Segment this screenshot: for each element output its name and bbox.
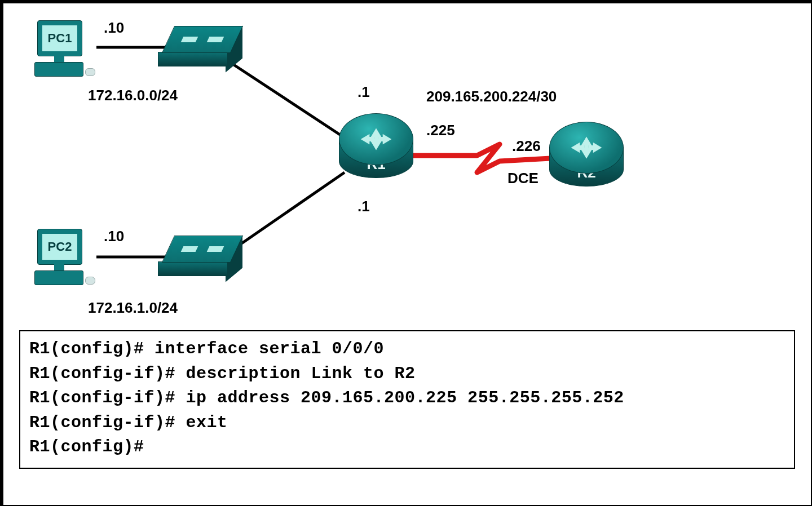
- device-router-r1: R1: [339, 113, 412, 187]
- pc2-name: PC2: [42, 234, 77, 260]
- cli-line: R1(config-if)# ip address 209.165.200.22…: [29, 386, 785, 411]
- cli-output: R1(config)# interface serial 0/0/0 R1(co…: [19, 330, 795, 469]
- svg-line-3: [226, 172, 345, 254]
- cli-line: R1(config)#: [29, 435, 785, 460]
- r1-if-bottom-label: .1: [358, 198, 370, 215]
- device-pc1: PC1: [34, 20, 96, 82]
- pc1-network-label: 172.16.0.0/24: [88, 87, 178, 104]
- cli-line: R1(config)# interface serial 0/0/0: [29, 337, 785, 362]
- network-topology: PC1 .10 172.16.0.0/24 PC2 .10 172.16.1.0…: [3, 3, 811, 322]
- device-router-r2: R2: [549, 122, 623, 195]
- pc1-host-label: .10: [104, 19, 124, 37]
- r1-if-top-label: .1: [358, 83, 370, 101]
- r2-wan-ip-label: .226: [512, 137, 541, 155]
- cli-line: R1(config-if)# exit: [29, 411, 785, 436]
- wan-network-label: 209.165.200.224/30: [426, 88, 557, 105]
- router-arrows-icon: [354, 122, 398, 156]
- router-arrows-icon: [564, 131, 608, 165]
- diagram-frame: PC1 .10 172.16.0.0/24 PC2 .10 172.16.1.0…: [0, 0, 812, 506]
- device-switch2: [161, 236, 243, 281]
- pc2-host-label: .10: [104, 228, 124, 245]
- wan-link-type-label: DCE: [508, 170, 539, 187]
- pc2-network-label: 172.16.1.0/24: [88, 299, 178, 317]
- pc1-name: PC1: [42, 25, 77, 51]
- svg-line-2: [226, 60, 350, 141]
- device-pc2: PC2: [34, 229, 96, 291]
- cli-line: R1(config-if)# description Link to R2: [29, 362, 785, 387]
- r1-wan-ip-label: .225: [426, 122, 455, 139]
- device-switch1: [161, 26, 243, 71]
